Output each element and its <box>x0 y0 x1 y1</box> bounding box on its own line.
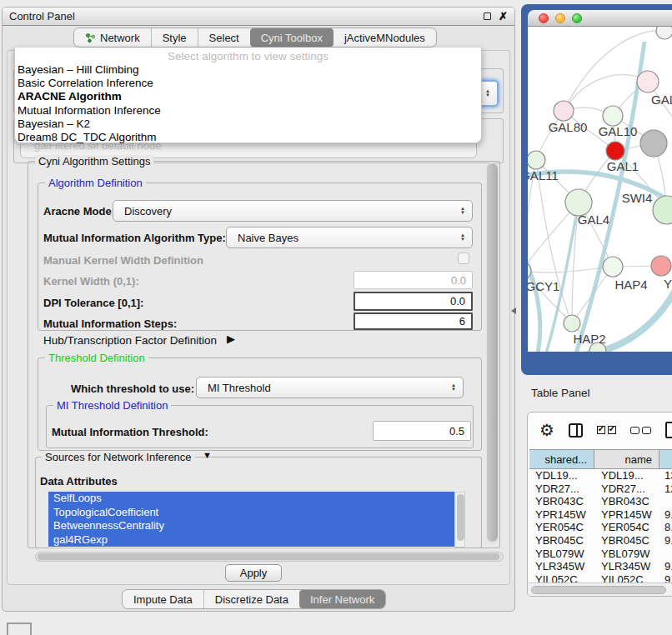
panel-collapse-handle-icon[interactable] <box>511 308 516 314</box>
sources-collapse-icon[interactable]: ▼ <box>203 450 212 460</box>
node-salmon[interactable] <box>651 256 671 276</box>
which-threshold-combo[interactable]: MI Threshold ▲▼ <box>196 377 464 398</box>
table-row[interactable]: YBR045C YBR045C 9. <box>529 534 672 548</box>
sources-group-title[interactable]: Sources for Network Inference <box>42 451 195 463</box>
settings-hscrollbar-thumb[interactable] <box>38 553 499 560</box>
close-window-icon[interactable] <box>539 13 549 23</box>
apply-button[interactable]: Apply <box>225 564 282 582</box>
dropdown-item[interactable]: Bayesian – Hill Climbing <box>15 63 481 77</box>
table-hscrollbar[interactable] <box>528 582 672 596</box>
dpi-tolerance-label: DPI Tolerance [0,1]: <box>43 297 143 309</box>
network-icon <box>85 32 96 43</box>
table-panel-title: Table Panel <box>531 387 590 399</box>
float-panel-icon[interactable] <box>484 12 491 20</box>
table-row[interactable]: YBR043C YBR043C <box>529 495 672 508</box>
apply-button-label: Apply <box>240 567 268 579</box>
dropdown-item[interactable]: Mutual Information Inference <box>15 104 481 118</box>
gear-icon[interactable]: ⚙ <box>539 422 554 438</box>
control-panel-tabs: Network Style Select Cyni Toolbox jActiv… <box>73 28 437 48</box>
dropdown-item[interactable]: Bayesian – K2 <box>15 118 481 131</box>
dropdown-list: Bayesian – Hill Climbing Basic Correlati… <box>15 63 481 144</box>
minimized-panel-icon[interactable] <box>7 622 32 635</box>
node-label: GAL1 <box>607 159 639 173</box>
tab-label: Select <box>209 32 239 44</box>
tab-select[interactable]: Select <box>198 28 250 47</box>
dropdown-item[interactable]: Dream8 DC_TDC Algorithm <box>15 131 481 144</box>
combo-arrows-icon: ▲▼ <box>455 207 465 215</box>
algorithm-dropdown-popup: Select algorithm to view settings Bayesi… <box>14 48 482 143</box>
dropdown-item[interactable]: Basic Correlation Inference <box>15 77 481 90</box>
mi-steps-value: 6 <box>459 315 465 328</box>
dropdown-item[interactable]: ARACNE Algorithm <box>15 90 481 103</box>
select-all-checkboxes-icon[interactable] <box>597 426 616 434</box>
tab-impute-data[interactable]: Impute Data <box>123 590 203 608</box>
manual-kernel-checkbox[interactable] <box>458 252 469 264</box>
mi-threshold-field[interactable]: 0.5 <box>373 421 471 441</box>
new-table-icon[interactable] <box>665 422 672 438</box>
table-row[interactable]: YBL079W YBL079W <box>529 548 672 561</box>
node-label: HAP2 <box>573 332 605 346</box>
node-label: GAL <box>651 92 672 107</box>
node-gal-partial[interactable] <box>637 71 659 92</box>
tab-label: Cyni Toolbox <box>261 32 323 44</box>
node-gal1[interactable] <box>606 142 624 160</box>
tab-discretize-data[interactable]: Discretize Data <box>203 590 299 608</box>
node-swi4[interactable] <box>653 196 672 224</box>
mi-steps-field[interactable]: 6 <box>354 312 473 330</box>
table-hscrollbar-thumb[interactable] <box>531 586 666 594</box>
column-header-partial[interactable] <box>659 450 672 468</box>
kernel-width-field[interactable]: 0.0 <box>354 271 473 289</box>
table-row[interactable]: YDL19... YDL19... 13 <box>529 469 672 482</box>
tab-jactivemnodules[interactable]: jActiveMNodules <box>333 28 436 47</box>
node-label: GAL80 <box>549 120 588 134</box>
settings-scrollbar-thumb[interactable] <box>487 163 498 542</box>
deselect-all-checkboxes-icon[interactable] <box>630 427 651 434</box>
table-row[interactable]: YDR27... YDR27... 12 <box>529 482 672 496</box>
attributes-scrollbar-thumb[interactable] <box>457 494 464 541</box>
network-view[interactable]: GAL GAL80 GAL10 GAL1 GAL11 SWI4 GAL4 HAP… <box>528 27 672 352</box>
mi-threshold-value: 0.5 <box>449 425 464 438</box>
aracne-mode-label: Aracne Mode: <box>43 205 115 218</box>
attribute-item-selected[interactable]: BetweennessCentrality <box>48 519 454 533</box>
aracne-mode-combo[interactable]: Discovery ▲▼ <box>113 200 473 222</box>
node-label: Y <box>664 277 672 291</box>
tab-style[interactable]: Style <box>151 28 198 47</box>
node-gal11[interactable] <box>528 151 545 169</box>
settings-hscrollbar[interactable] <box>35 552 504 562</box>
minimize-window-icon[interactable] <box>555 13 565 23</box>
node-label: GAL11 <box>528 168 559 182</box>
attribute-item-selected[interactable]: SelfLoops <box>48 492 454 506</box>
attribute-item-selected[interactable]: gal4RGexp <box>48 533 454 548</box>
table-row[interactable]: YER054C YER054C 8. <box>529 521 672 534</box>
tab-infer-network[interactable]: Infer Network <box>299 590 385 608</box>
settings-scrollbar[interactable] <box>486 162 499 544</box>
control-panel-titlebar: Control Panel ✗ <box>3 8 514 26</box>
tab-network[interactable]: Network <box>74 28 151 47</box>
tab-cyni-toolbox[interactable]: Cyni Toolbox <box>250 28 333 47</box>
column-header-shared-name[interactable]: shared... <box>529 450 594 468</box>
node-hap2[interactable] <box>564 315 580 332</box>
close-panel-icon[interactable]: ✗ <box>499 12 508 21</box>
node-label: SWI4 <box>622 191 653 205</box>
kernel-width-value: 0.0 <box>451 274 466 287</box>
table-panel: ⚙ shared... name YDL19... YDL19... 13 YD… <box>527 412 672 597</box>
tab-label: Impute Data <box>133 593 193 606</box>
zoom-window-icon[interactable] <box>572 13 582 23</box>
node-gal80[interactable] <box>554 101 574 121</box>
node-gray[interactable] <box>640 130 667 157</box>
dpi-tolerance-field[interactable]: 0.0 <box>354 292 473 311</box>
column-header-name[interactable]: name <box>594 450 659 468</box>
mi-type-combo[interactable]: Naive Bayes ▲▼ <box>226 227 473 248</box>
table-header-row: shared... name <box>529 449 672 469</box>
network-window-titlebar[interactable] <box>528 10 672 27</box>
node-hap4[interactable] <box>603 257 623 277</box>
columns-icon[interactable] <box>569 423 583 438</box>
attributes-scrollbar[interactable] <box>454 492 465 548</box>
hub-expand-icon[interactable]: ▶ <box>227 332 235 345</box>
table-row[interactable]: YLR345W YLR345W 9. <box>529 560 672 573</box>
node-gal10[interactable] <box>603 106 623 126</box>
attribute-item-selected[interactable]: TopologicalCoefficient <box>48 506 454 520</box>
node-unlabeled-top[interactable] <box>656 27 672 39</box>
table-row[interactable]: YPR145W YPR145W 9. <box>529 508 672 522</box>
hub-section-label[interactable]: Hub/Transcription Factor Definition <box>43 334 217 347</box>
